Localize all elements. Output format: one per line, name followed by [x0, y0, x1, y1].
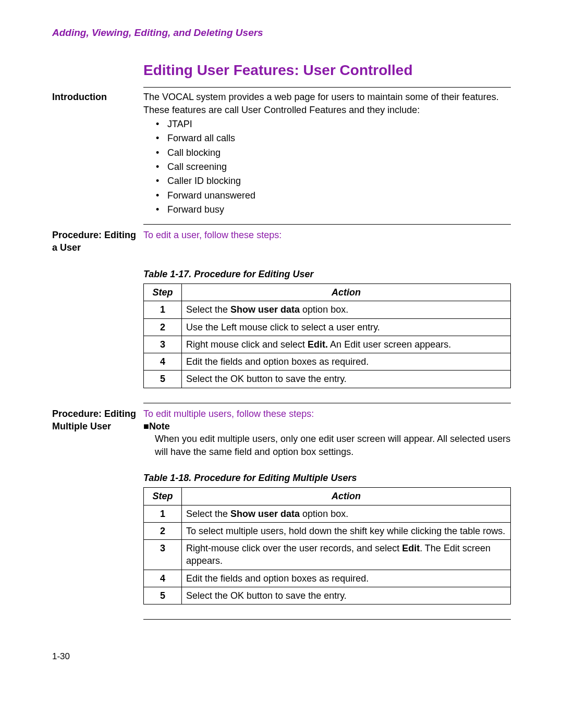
- feature-item: Caller ID blocking: [156, 175, 511, 187]
- feature-item: Call screening: [156, 161, 511, 173]
- intro-text: The VOCAL system provides a web page for…: [143, 92, 499, 115]
- intro-block: Introduction The VOCAL system provides a…: [52, 91, 511, 219]
- page-title: Editing User Features: User Controlled: [143, 60, 511, 80]
- table-row: 5Select the OK button to save the entry.: [144, 371, 511, 388]
- table-row: 5Select the OK button to save the entry.: [144, 587, 511, 604]
- feature-item: Forward all calls: [156, 132, 511, 144]
- note-text: When you edit multiple users, only one e…: [143, 433, 511, 458]
- section-header: Adding, Viewing, Editing, and Deleting U…: [52, 26, 511, 40]
- col-step: Step: [144, 488, 182, 505]
- table2-caption: Table 1-18. Procedure for Editing Multip…: [143, 472, 511, 484]
- edit-user-block: Procedure: Editing a User To edit a user…: [52, 229, 511, 254]
- col-action: Action: [182, 284, 511, 301]
- table-edit-user: Step Action 1Select the Show user data o…: [143, 283, 511, 388]
- table-row: 4Edit the fields and option boxes as req…: [144, 353, 511, 371]
- col-action: Action: [182, 488, 511, 505]
- feature-item: JTAPI: [156, 118, 511, 130]
- table-row: 1Select the Show user data option box.: [144, 301, 511, 318]
- title-rule: [143, 87, 511, 88]
- page-number: 1-30: [52, 651, 511, 663]
- feature-item: Call blocking: [156, 146, 511, 159]
- table-edit-multi: Step Action 1Select the Show user data o…: [143, 487, 511, 604]
- edit-multi-steps-line: To edit multiple users, follow these ste…: [143, 408, 511, 420]
- separator: [143, 403, 511, 403]
- intro-content: The VOCAL system provides a web page for…: [143, 91, 511, 219]
- edit-multi-label: Procedure: Editing Multiple User: [52, 408, 143, 433]
- intro-label: Introduction: [52, 91, 143, 103]
- table-row: 1Select the Show user data option box.: [144, 505, 511, 522]
- table-row: 2Use the Left mouse click to select a us…: [144, 318, 511, 336]
- table-row: 3Right mouse click and select Edit. An E…: [144, 336, 511, 353]
- edit-user-label: Procedure: Editing a User: [52, 229, 143, 254]
- table-row: 2To select multiple users, hold down the…: [144, 522, 511, 539]
- feature-item: Forward busy: [156, 203, 511, 216]
- separator: [143, 224, 511, 225]
- table-row: 4Edit the fields and option boxes as req…: [144, 570, 511, 587]
- separator: [143, 619, 511, 620]
- note-label: ■Note: [143, 420, 511, 433]
- feature-item: Forward unanswered: [156, 189, 511, 202]
- edit-user-steps-line: To edit a user, follow these steps:: [143, 230, 282, 240]
- edit-multi-block: Procedure: Editing Multiple User To edit…: [52, 408, 511, 458]
- table1-caption: Table 1-17. Procedure for Editing User: [143, 268, 511, 280]
- table-row: 3Right-mouse click over the user records…: [144, 540, 511, 570]
- col-step: Step: [144, 284, 182, 301]
- feature-list: JTAPI Forward all calls Call blocking Ca…: [143, 118, 511, 216]
